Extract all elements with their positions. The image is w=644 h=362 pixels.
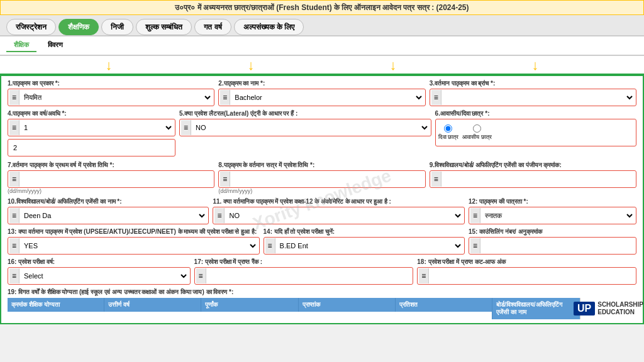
menu-icon-16: ≡: [9, 268, 19, 283]
field8-note: (dd/mm/yyyy): [218, 188, 425, 194]
arrow-4: ↓: [532, 57, 539, 74]
university-name-wrap: ≡ Deen Da: [8, 207, 209, 224]
menu-icon-10: ≡: [9, 208, 19, 223]
session-admission-date-input[interactable]: 12/10/2024: [232, 175, 423, 183]
field-course-type: 1.पाठ्क्रम का प्रकार *: ≡ नियमित: [8, 80, 214, 106]
exam-year-select[interactable]: Select: [21, 272, 189, 280]
form-row-4: 10.विश्वविद्यालय/बोर्ड/ अफिलिएटिंग एजेंस…: [8, 198, 636, 224]
exam-name-wrap: ≡ B.ED Ent: [264, 237, 465, 255]
university-name-select[interactable]: Deen Da: [21, 211, 207, 220]
col-pass-year: उत्तीर्ण वर्ष: [104, 298, 201, 312]
field-course-year: 4.पाठ्क्रम का वर्ष/अवधि *: ≡ 1 2: [8, 110, 175, 158]
course-type-input-wrap: ≡ नियमित: [8, 89, 214, 106]
merit-based-select[interactable]: NO: [226, 211, 463, 220]
eligibility-select[interactable]: स्नातक: [482, 211, 635, 220]
cutoff-marks-wrap: ≡: [417, 267, 636, 285]
menu-icon-3: ≡: [431, 90, 441, 105]
top-banner: उ०प्र० में अध्ययनरत छात्र/छात्राओं (Fres…: [0, 0, 644, 15]
registration-no-wrap: ≡: [430, 170, 636, 188]
col-obtained-marks: प्राप्तांक: [299, 298, 396, 312]
education-label: EDUCATION: [597, 309, 643, 316]
radio-aawasiy-label: आवासीय छात्र: [462, 134, 492, 141]
field-session-admission-date: 8.पाठ्क्रम के वर्तमान सत्र में प्रवेश ति…: [218, 162, 425, 194]
exam-rank-wrap: ≡: [194, 267, 414, 285]
counselling-no-wrap: ≡: [469, 237, 636, 255]
menu-icon-9: ≡: [431, 172, 441, 187]
form-row-2: 4.पाठ्क्रम का वर्ष/अवधि *: ≡ 1 2 5.क्या …: [8, 110, 636, 158]
field-first-admission-date: 7.वर्तमान पाठ्क्रम के प्रथम वर्ष में प्र…: [8, 162, 214, 194]
field-exam-year: 16: प्रवेश परीक्षा वर्ष: ≡ Select: [8, 258, 191, 285]
col-board: बोर्ड/विश्वविद्यालय/अफिलिएटिंग एजेंसी का…: [496, 301, 576, 316]
course-year-select-1[interactable]: 1: [21, 123, 174, 132]
sub-tab-academic[interactable]: शैक्षिक: [6, 39, 36, 52]
merit-based-wrap: ≡ NO: [213, 207, 465, 224]
menu-icon-11: ≡: [214, 208, 225, 223]
form-row-1: 1.पाठ्क्रम का प्रकार *: ≡ नियमित 2.पाठ्क…: [8, 80, 636, 106]
radio-aawasiy-input[interactable]: [473, 124, 481, 133]
field-cutoff-marks: 18: प्रवेश परीक्षा में प्राप्त कट-आफ अंक…: [417, 258, 636, 285]
counselling-no-input[interactable]: [482, 242, 635, 250]
table-header-row: क्रमांक शैक्षिक योग्यता उत्तीर्ण वर्ष पू…: [8, 298, 492, 312]
tab-fee[interactable]: शुल्क सम्बंधित: [136, 19, 192, 35]
radio-diva-input[interactable]: [444, 124, 452, 133]
registration-no-input[interactable]: [443, 175, 635, 183]
exam-name-select[interactable]: B.ED Ent: [277, 241, 463, 250]
table-title: 19: विगत वर्षों के शैक्षिक योग्यता (हाई …: [8, 288, 636, 296]
radio-diva[interactable]: दिवा छात्र: [438, 124, 459, 141]
tab-previous[interactable]: गत वर्ष: [194, 19, 231, 35]
tab-registration[interactable]: रजिस्ट्रेशन: [6, 19, 56, 35]
first-admission-date-input[interactable]: 12/10/2024: [21, 175, 213, 183]
entrance-exam-wrap: ≡ YES: [8, 237, 260, 255]
arrow-3: ↓: [390, 57, 397, 74]
radio-aawasiy[interactable]: आवासीय छात्र: [462, 124, 492, 141]
menu-icon-4a: ≡: [9, 120, 19, 135]
entrance-exam-select[interactable]: YES: [21, 241, 258, 250]
up-scholarship-logo: UP SCHOLARSHIP EDUCATION: [574, 301, 643, 316]
col-percentage: प्रतिशत: [396, 298, 492, 312]
menu-icon-1: ≡: [9, 90, 19, 105]
sub-tab-detail[interactable]: विवरण: [40, 39, 70, 52]
form-container: Xority knowledge 1.पाठ्क्रम का प्रकार *:…: [0, 75, 644, 324]
field-merit-based: 11. क्या वर्तमानिक पाठ्क्रम में प्रवेश क…: [213, 198, 465, 224]
residential-radio-group: दिवा छात्र आवासीय छात्र: [435, 119, 636, 146]
menu-icon-8: ≡: [220, 172, 230, 187]
academic-table-section: 19: विगत वर्षों के शैक्षिक योग्यता (हाई …: [8, 288, 636, 319]
field7-note: (dd/mm/yyyy): [8, 188, 214, 194]
course-year-input-wrap-1: ≡ 1: [8, 119, 175, 136]
menu-icon-7: ≡: [9, 172, 19, 187]
field-residential: 6.आवासीय/दिवा छात्र *: दिवा छात्र आवासीय…: [435, 110, 636, 146]
menu-icon-17: ≡: [196, 268, 206, 283]
course-branch-select[interactable]: [443, 93, 635, 102]
session-admission-date-wrap: ≡ 12/10/2024: [218, 170, 425, 188]
course-year-input-wrap-2: 2: [8, 139, 175, 156]
field-registration-no: 9.विश्वविद्यालय/बोर्ड/ अफिलिएटिंग एजेंसी…: [430, 162, 636, 188]
course-name-input-wrap: ≡ Bachelor: [218, 89, 425, 106]
field-course-branch: 3.वर्तमान पाठ्क्रम का ब्रांच *: ≡: [430, 80, 636, 106]
nav-tabs: रजिस्ट्रेशन शैक्षणिक निजी शुल्क सम्बंधित…: [0, 15, 644, 36]
menu-icon-14: ≡: [265, 238, 275, 253]
course-type-select[interactable]: नियमित: [21, 93, 213, 102]
course-year-value-2: 2: [9, 143, 21, 153]
tab-personal[interactable]: निजी: [101, 19, 133, 35]
exam-rank-input[interactable]: [208, 272, 412, 280]
menu-icon-12: ≡: [470, 208, 480, 223]
field-entrance-exam: 13: क्या वर्तमान पाठ्क्रम में प्रवेश (UP…: [8, 228, 260, 255]
menu-icon-13: ≡: [9, 238, 19, 253]
field-course-name: 2.पाठ्क्रम का नाम *: ≡ Bachelor: [218, 80, 425, 106]
menu-icon-15: ≡: [470, 238, 480, 253]
cutoff-marks-input[interactable]: [431, 272, 635, 280]
radio-diva-label: दिवा छात्र: [438, 134, 459, 141]
menu-icon-18: ≡: [419, 268, 429, 283]
lateral-select[interactable]: NO: [193, 123, 430, 132]
field-university-name: 10.विश्वविद्यालय/बोर्ड/ अफिलिएटिंग एजेंस…: [8, 198, 209, 224]
course-branch-input-wrap: ≡: [430, 89, 636, 106]
tab-academic[interactable]: शैक्षणिक: [58, 19, 99, 35]
course-name-select[interactable]: Bachelor: [232, 93, 423, 102]
up-logo: UP: [574, 302, 595, 315]
sub-tabs: शैक्षिक विवरण: [0, 36, 644, 56]
field-exam-name: 14: यदि हाँ तो प्रवेश परीक्षा चुनें: ≡ B…: [264, 228, 465, 255]
arrow-2: ↓: [248, 57, 255, 74]
first-admission-date-wrap: ≡ 12/10/2024: [8, 170, 214, 188]
field-eligibility: 12: पाठ्क्रम की पात्रता *: ≡ स्नातक: [469, 198, 636, 224]
tab-minority[interactable]: अल्पसंख्यक के लिए: [234, 19, 304, 35]
